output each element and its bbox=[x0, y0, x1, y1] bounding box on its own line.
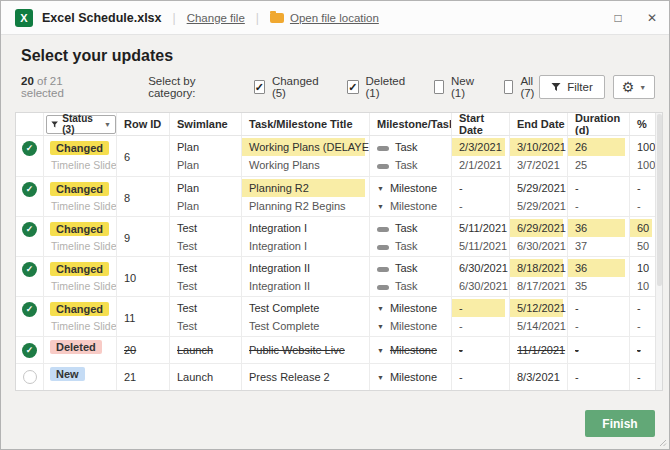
milestone-icon: ▼ bbox=[377, 198, 384, 216]
cell-value: ▼Milestone bbox=[370, 179, 451, 197]
row-select-cell bbox=[16, 364, 44, 390]
cell-value: - bbox=[568, 317, 629, 335]
start-date-cell: 2/3/20212/1/2021 bbox=[452, 136, 510, 176]
row-id: 11 bbox=[117, 312, 135, 324]
percent-cell: 6050 bbox=[630, 217, 657, 256]
status-subtitle: Timeline Slide bbox=[44, 240, 116, 252]
task-bar-icon bbox=[377, 227, 389, 232]
cell-value: 5/29/2021 bbox=[510, 179, 567, 197]
row-unselected-circle-icon[interactable] bbox=[23, 370, 37, 384]
cell-value: 36 bbox=[568, 219, 625, 237]
table-row[interactable]: New21LaunchPress Release 2▼Milestone-8/3… bbox=[16, 363, 657, 390]
table-row[interactable]: ✓ChangedTimeline Slide11TestTestTest Com… bbox=[16, 296, 657, 336]
table-row[interactable]: ✓ChangedTimeline Slide6PlanPlanWorking P… bbox=[16, 136, 657, 176]
close-button[interactable]: ✕ bbox=[635, 1, 669, 34]
milestone-task-cell: ▼Milestone▼Milestone bbox=[370, 177, 452, 216]
cell-value: - bbox=[568, 179, 629, 197]
milestone-task-cell: ▼Milestone bbox=[370, 337, 452, 363]
filter-button[interactable]: Filter bbox=[539, 75, 605, 99]
status-cell: New bbox=[44, 364, 117, 390]
task-title-cell: Test CompleteTest Complete bbox=[242, 297, 370, 336]
kind-label: Milestone bbox=[390, 200, 437, 212]
table-row[interactable]: ✓ChangedTimeline Slide9TestTestIntegrati… bbox=[16, 216, 657, 256]
duration-cell: 3635 bbox=[568, 257, 630, 296]
start-date-cell: - bbox=[452, 364, 510, 390]
maximize-button[interactable]: □ bbox=[601, 1, 635, 34]
status-cell: ChangedTimeline Slide bbox=[44, 177, 117, 216]
cell-value: Plan bbox=[170, 179, 241, 197]
row-selected-check-icon[interactable]: ✓ bbox=[22, 141, 37, 156]
cell-value: 25 bbox=[568, 156, 629, 174]
start-date-cell: -- bbox=[452, 297, 510, 336]
cell-value: 50 bbox=[630, 237, 656, 255]
milestone-icon: ▼ bbox=[377, 338, 384, 363]
status-badge: Changed bbox=[50, 141, 109, 155]
cell-value: 100 bbox=[630, 138, 656, 156]
cell-value: Plan bbox=[170, 156, 241, 174]
cell-value: Task bbox=[370, 138, 451, 156]
update-dialog-window: X Excel Schedule.xlsx | Change file | Op… bbox=[0, 0, 670, 450]
duration-cell: - bbox=[568, 337, 630, 363]
vertical-scrollbar[interactable] bbox=[655, 113, 662, 390]
cell-value: 11/1/2021 bbox=[510, 337, 567, 363]
change-file-link[interactable]: Change file bbox=[187, 12, 245, 24]
category-checkbox[interactable]: ✓ bbox=[347, 80, 358, 94]
task-title-cell: Press Release 2 bbox=[242, 364, 370, 390]
category-checkbox[interactable]: ✓ bbox=[254, 80, 265, 94]
task-title-cell: Integration IIIntegration II bbox=[242, 257, 370, 296]
table-row[interactable]: ✓Deleted20LaunchPublic Website Live▼Mile… bbox=[16, 336, 657, 363]
cell-value: 100 bbox=[630, 156, 656, 174]
end-date-cell: 5/29/20215/29/2021 bbox=[510, 177, 568, 216]
table-row[interactable]: ✓ChangedTimeline Slide8PlanPlanPlanning … bbox=[16, 176, 657, 216]
swimlane-cell: Launch bbox=[170, 364, 242, 390]
milestone-task-cell: TaskTask bbox=[370, 257, 452, 296]
row-selected-check-icon[interactable]: ✓ bbox=[22, 262, 37, 277]
task-bar-icon bbox=[377, 245, 389, 250]
category-checkbox[interactable] bbox=[504, 80, 513, 94]
category-checkbox-label: All (7) bbox=[520, 75, 539, 99]
row-id: 8 bbox=[117, 192, 130, 204]
cell-value: 35 bbox=[568, 277, 629, 295]
row-selected-check-icon[interactable]: ✓ bbox=[22, 343, 37, 358]
status-badge: Changed bbox=[50, 182, 109, 196]
cell-value: 37 bbox=[568, 237, 629, 255]
finish-button[interactable]: Finish bbox=[585, 410, 655, 437]
window-controls: □ ✕ bbox=[601, 1, 669, 34]
header-checkbox-column bbox=[16, 113, 44, 135]
category-checkbox[interactable] bbox=[434, 80, 444, 94]
task-bar-icon bbox=[377, 146, 389, 151]
cell-value: ▼Milestone bbox=[370, 299, 451, 317]
cell-value: Test Complete bbox=[242, 299, 369, 317]
page-title: Select your updates bbox=[21, 47, 669, 65]
scrollbar-thumb[interactable] bbox=[657, 114, 662, 286]
category-checkbox-label: Changed (5) bbox=[272, 75, 321, 99]
row-selected-check-icon[interactable]: ✓ bbox=[22, 182, 37, 197]
header-row-id: Row ID bbox=[117, 113, 170, 135]
status-filter-dropdown[interactable]: Status (3) ▼ bbox=[46, 115, 116, 134]
table-row[interactable]: ✓ChangedTimeline Slide10TestTestIntegrat… bbox=[16, 256, 657, 296]
resize-grip-icon[interactable] bbox=[659, 439, 667, 447]
kind-label: Milestone bbox=[390, 371, 437, 383]
file-name: Excel Schedule.xlsx bbox=[42, 11, 162, 25]
row-id-cell: 10 bbox=[117, 257, 170, 296]
status-subtitle: Timeline Slide bbox=[44, 159, 116, 171]
row-selected-check-icon[interactable]: ✓ bbox=[22, 302, 37, 317]
header-start-date: Start Date bbox=[452, 113, 510, 135]
cell-value: 10 bbox=[630, 277, 656, 295]
kind-label: Task bbox=[395, 141, 418, 153]
table-header-row: Status (3) ▼ Row ID Swimlane Task/Milest… bbox=[16, 113, 657, 136]
row-select-cell: ✓ bbox=[16, 177, 44, 216]
cell-value: Task bbox=[370, 259, 451, 277]
kind-label: Task bbox=[395, 159, 418, 171]
row-select-cell: ✓ bbox=[16, 136, 44, 176]
milestone-icon: ▼ bbox=[377, 318, 384, 336]
settings-dropdown-button[interactable]: ⚙ ▼ bbox=[613, 75, 655, 99]
cell-value: 10 bbox=[630, 259, 656, 277]
swimlane-cell: Launch bbox=[170, 337, 242, 363]
cell-value: 60 bbox=[630, 219, 652, 237]
cell-value: Launch bbox=[170, 364, 241, 390]
row-selected-check-icon[interactable]: ✓ bbox=[22, 222, 37, 237]
title-bar: X Excel Schedule.xlsx | Change file | Op… bbox=[1, 1, 669, 35]
open-file-location-link[interactable]: Open file location bbox=[290, 12, 379, 24]
cell-value: Launch bbox=[170, 337, 241, 363]
